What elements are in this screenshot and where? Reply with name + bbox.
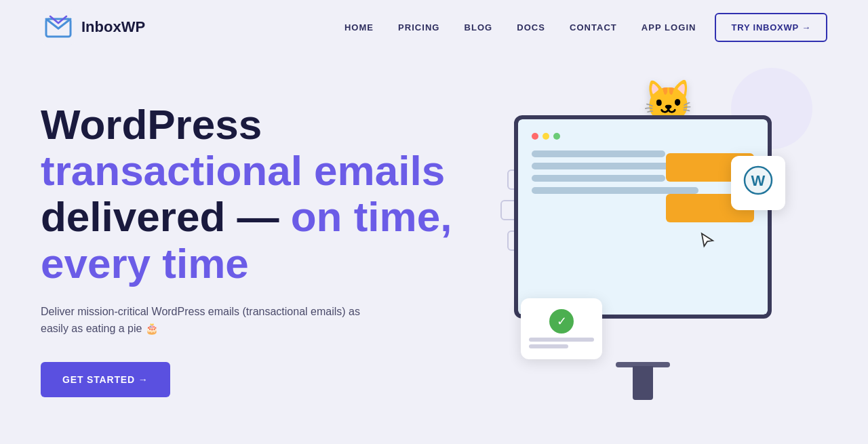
nav-link-pricing[interactable]: PRICING (398, 22, 439, 33)
nav-link-app-login[interactable]: APP LOGIN (642, 22, 696, 33)
get-started-button[interactable]: GET STARTED → (41, 362, 170, 397)
email-line-4 (532, 187, 698, 194)
wordpress-card: W (731, 156, 785, 210)
hero-heading-line4: every time (41, 240, 249, 287)
try-inboxwp-button[interactable]: TRY INBOXWP → (715, 13, 827, 42)
monitor-screen (514, 115, 772, 319)
navbar: InboxWP HOME PRICING BLOG DOCS CONTACT A… (0, 0, 868, 54)
notif-lines (529, 338, 594, 348)
hero-illustration: 🐱 (473, 81, 827, 420)
dot-green (553, 133, 560, 140)
notif-line-2 (529, 344, 568, 348)
wordpress-logo-icon: W (743, 165, 773, 201)
check-icon: ✓ (549, 309, 574, 334)
hero-heading-line2: transactional emails (41, 147, 445, 194)
screen-inner (518, 119, 768, 315)
svg-text:W: W (751, 172, 766, 189)
logo-link[interactable]: InboxWP (41, 9, 145, 45)
monitor-illustration: 🐱 (500, 88, 785, 400)
cursor-icon (698, 231, 717, 250)
hero-heading-line3-purple: on time, (291, 193, 452, 240)
hero-heading-line1: WordPress (41, 101, 262, 148)
nav-item-blog[interactable]: BLOG (465, 21, 493, 33)
dot-yellow (542, 133, 549, 140)
hero-section: WordPress transactional emails delivered… (0, 54, 868, 444)
nav-link-docs[interactable]: DOCS (517, 22, 545, 33)
email-line-1 (532, 150, 665, 157)
nav-item-docs[interactable]: DOCS (517, 21, 545, 33)
hero-heading: WordPress transactional emails delivered… (41, 102, 473, 287)
nav-link-blog[interactable]: BLOG (465, 22, 493, 33)
nav-item-app-login[interactable]: APP LOGIN (642, 21, 696, 33)
nav-link-contact[interactable]: CONTACT (570, 22, 617, 33)
monitor-base (633, 366, 653, 400)
nav-item-home[interactable]: HOME (344, 21, 374, 33)
dot-red (532, 133, 538, 140)
nav-links: HOME PRICING BLOG DOCS CONTACT APP LOGIN (344, 21, 696, 33)
logo-icon (41, 9, 76, 45)
notification-card: ✓ (521, 298, 602, 359)
nav-item-pricing[interactable]: PRICING (398, 21, 439, 33)
hero-heading-line3-start: delivered — (41, 193, 291, 240)
hero-content: WordPress transactional emails delivered… (41, 81, 473, 397)
hero-subtext: Deliver mission-critical WordPress email… (41, 303, 380, 338)
screen-topbar (532, 133, 754, 140)
email-line-3 (532, 175, 665, 182)
nav-item-contact[interactable]: CONTACT (570, 21, 617, 33)
nav-link-home[interactable]: HOME (344, 22, 374, 33)
logo-text: InboxWP (81, 18, 145, 36)
notif-line-1 (529, 338, 594, 342)
